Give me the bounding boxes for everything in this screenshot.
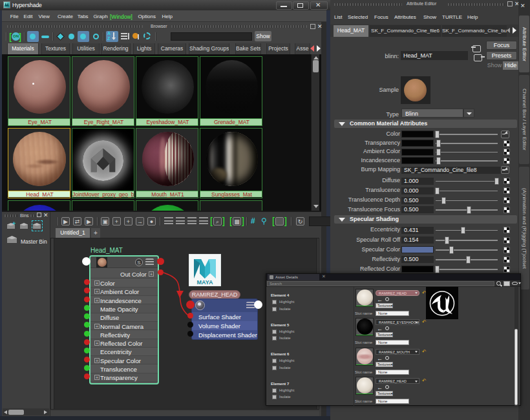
svg-text:MAYA: MAYA (197, 279, 213, 286)
